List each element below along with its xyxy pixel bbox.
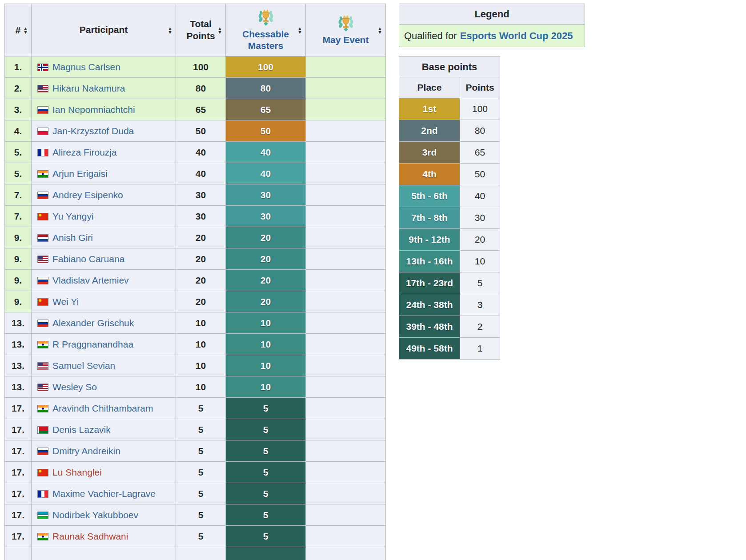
standings-row: 1.Magnus Carlsen100100	[5, 56, 386, 78]
may-event-points-cell	[306, 56, 386, 78]
participant-cell: Raunak Sadhwani	[32, 526, 176, 547]
place-cell: 49th - 58th	[399, 338, 460, 360]
flag-poland-icon	[37, 128, 48, 135]
standings-row	[5, 547, 386, 560]
base-points-row: 3rd65	[399, 142, 500, 164]
participant-link[interactable]: Hikaru Nakamura	[52, 83, 125, 93]
participant-link[interactable]: Vladislav Artemiev	[52, 275, 129, 285]
participant-link[interactable]: Dmitry Andreikin	[52, 446, 120, 456]
rank-cell: 7.	[5, 184, 32, 206]
rank-column-header[interactable]: # ▲▼	[5, 4, 32, 56]
place-cell: 13th - 16th	[399, 251, 460, 272]
chessable-masters-points-cell: 20	[226, 248, 306, 270]
participant-link[interactable]: Denis Lazavik	[52, 424, 111, 435]
rank-cell: 17.	[5, 483, 32, 504]
participant-cell: Nodirbek Yakubboev	[32, 504, 176, 526]
rank-cell: 17.	[5, 504, 32, 526]
chessable-masters-points-cell: 65	[226, 99, 306, 120]
participant-cell: Andrey Esipenko	[32, 184, 176, 206]
participant-link[interactable]: Raunak Sadhwani	[52, 531, 128, 541]
base-points-row: 13th - 16th10	[399, 251, 500, 272]
participant-link[interactable]: Fabiano Caruana	[52, 254, 124, 264]
may-event-points-cell	[306, 78, 386, 99]
participant-link[interactable]: Magnus Carlsen	[52, 62, 120, 72]
participant-link[interactable]: Ian Nepomniachtchi	[52, 104, 135, 115]
participant-link[interactable]: Aravindh Chithambaram	[52, 403, 153, 413]
participant-link[interactable]: Lu Shanglei	[52, 467, 102, 477]
chessable-masters-points-cell: 20	[226, 227, 306, 248]
participant-link[interactable]: Samuel Sevian	[52, 360, 115, 371]
participant-link[interactable]: Alexander Grischuk	[52, 318, 134, 328]
standings-row: 13.Alexander Grischuk1010	[5, 312, 386, 334]
rank-cell: 9.	[5, 270, 32, 291]
sort-icon[interactable]: ▲▼	[217, 26, 222, 34]
chessable-masters-points-cell: 5	[226, 462, 306, 483]
place-cell: 4th	[399, 164, 460, 185]
participant-link[interactable]: R Praggnanandhaa	[52, 339, 133, 349]
participant-cell: Aravindh Chithambaram	[32, 398, 176, 419]
may-event-column-header[interactable]: May Event ▲▼	[306, 4, 386, 56]
flag-uzbekistan-icon	[37, 512, 48, 519]
total-points-column-header[interactable]: Total Points ▲▼	[176, 4, 226, 56]
total-points-header-label: Total Points	[183, 18, 219, 42]
flag-china-icon	[37, 298, 48, 306]
place-cell: 5th - 6th	[399, 185, 460, 207]
total-points-cell: 65	[176, 99, 226, 120]
points-cell: 10	[460, 251, 500, 272]
participant-link[interactable]: Wesley So	[52, 382, 97, 392]
participant-cell: Arjun Erigaisi	[32, 163, 176, 184]
standings-header-row: # ▲▼ Participant ▲▼ Total Points ▲▼	[5, 4, 386, 56]
esports-world-cup-link[interactable]: Esports World Cup 2025	[460, 30, 573, 42]
chessable-masters-column-header[interactable]: Chessable Masters ▲▼	[226, 4, 306, 56]
participant-cell: Vladislav Artemiev	[32, 270, 176, 291]
participant-cell: Alireza Firouzja	[32, 142, 176, 163]
participant-link[interactable]: Arjun Erigaisi	[52, 168, 108, 179]
participant-link[interactable]: Maxime Vachier-Lagrave	[52, 488, 156, 499]
may-event-points-cell	[306, 142, 386, 163]
participant-cell: Samuel Sevian	[32, 355, 176, 376]
may-event-points-cell	[306, 99, 386, 120]
base-points-row: 9th - 12th20	[399, 229, 500, 251]
participant-link[interactable]: Jan-Krzysztof Duda	[52, 126, 134, 136]
participant-link[interactable]: Andrey Esipenko	[52, 190, 123, 200]
rank-cell: 13.	[5, 355, 32, 376]
participant-link[interactable]: Anish Giri	[52, 232, 93, 243]
participant-link[interactable]: Yu Yangyi	[52, 211, 94, 221]
standings-row: 13.R Praggnanandhaa1010	[5, 334, 386, 355]
participant-header-label: Participant	[80, 24, 128, 35]
legend-qualified-row: Qualified for Esports World Cup 2025	[399, 25, 585, 47]
participant-column-header[interactable]: Participant ▲▼	[32, 4, 176, 56]
base-points-row: 24th - 38th3	[399, 294, 500, 316]
place-cell: 3rd	[399, 142, 460, 164]
chessable-masters-points-cell: 5	[226, 526, 306, 547]
flag-india-icon	[37, 341, 48, 348]
chessable-masters-link[interactable]: Chessable Masters	[237, 28, 295, 52]
flag-us-icon	[37, 384, 48, 391]
chessable-masters-points-cell: 5	[226, 483, 306, 504]
participant-link[interactable]: Nodirbek Yakubboev	[52, 510, 138, 520]
sort-icon[interactable]: ▲▼	[377, 26, 382, 34]
standings-table: # ▲▼ Participant ▲▼ Total Points ▲▼	[4, 4, 386, 560]
participant-cell: Lu Shanglei	[32, 462, 176, 483]
points-cell: 1	[460, 338, 500, 360]
participant-link[interactable]: Wei Yi	[52, 296, 79, 307]
rank-header-label: #	[16, 25, 21, 35]
total-points-cell: 20	[176, 291, 226, 312]
participant-cell: Wei Yi	[32, 291, 176, 312]
participant-cell	[32, 547, 176, 560]
may-event-points-cell	[306, 398, 386, 419]
participant-link[interactable]: Alireza Firouzja	[52, 147, 117, 157]
flag-russia-icon	[37, 320, 48, 327]
may-event-link[interactable]: May Event	[323, 34, 369, 46]
sort-icon[interactable]: ▲▼	[23, 26, 28, 34]
flag-belarus-icon	[37, 426, 48, 434]
rank-cell: 9.	[5, 227, 32, 248]
sort-icon[interactable]: ▲▼	[168, 26, 172, 34]
place-cell: 24th - 38th	[399, 294, 460, 316]
sort-icon[interactable]: ▲▼	[297, 26, 302, 34]
standings-row: 4.Jan-Krzysztof Duda5050	[5, 120, 386, 142]
rank-cell: 2.	[5, 78, 32, 99]
chessable-masters-points-cell: 10	[226, 376, 306, 398]
base-points-row: 1st100	[399, 98, 500, 120]
total-points-cell: 100	[176, 56, 226, 78]
